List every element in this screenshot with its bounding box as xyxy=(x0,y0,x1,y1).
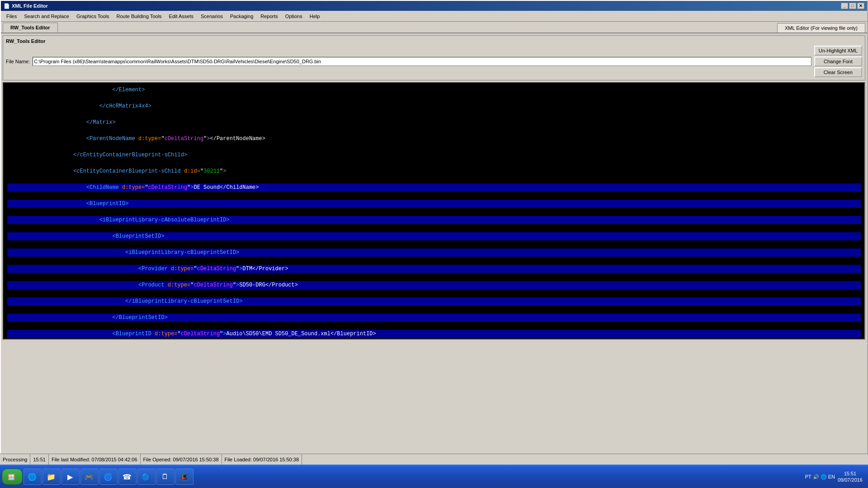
menu-reports[interactable]: Reports xyxy=(257,13,282,20)
chrome-icon: 🔵 xyxy=(142,472,151,481)
ie-icon: 🌐 xyxy=(28,472,37,481)
clock-time: 15:51 xyxy=(838,470,863,477)
status-time: 15:51 xyxy=(30,454,49,465)
taskbar: 🪟 🌐 📁 ▶ 🎮 🌀 ☎ 🔵 🗒 🎩 PT 🔊 🌐 EN 15:51 09/0… xyxy=(0,465,868,488)
status-file-opened: File Opened: 09/07/2016 15:50:38 xyxy=(141,454,222,465)
menu-bar: Files Search and Replace Graphics Tools … xyxy=(1,11,867,22)
taskbar-app-steam[interactable]: 🎩 xyxy=(175,469,193,485)
xml-line-selected: <iBlueprintLibrary-cAbsoluteBlueprintID> xyxy=(7,216,861,224)
close-button[interactable]: ✕ xyxy=(857,3,864,9)
tab-rw-tools[interactable]: RW_Tools Editor xyxy=(3,23,58,33)
start-icon: 🪟 xyxy=(8,474,15,480)
unhighlight-xml-button[interactable]: Un-Highlight XML xyxy=(814,46,862,56)
ts-icon: 🗒 xyxy=(160,472,170,481)
skype-icon: ☎ xyxy=(123,472,132,481)
xml-line-selected: <ChildName d:type="cDeltaString">DE Soun… xyxy=(7,183,861,192)
file-name-label: File Name: xyxy=(6,59,30,64)
clear-screen-button[interactable]: Clear Screen xyxy=(814,67,862,77)
menu-help[interactable]: Help xyxy=(306,13,324,20)
menu-graphics-tools[interactable]: Graphics Tools xyxy=(73,13,113,20)
window-title: XML File Editor xyxy=(12,3,48,9)
taskbar-app-ts[interactable]: 🗒 xyxy=(156,469,175,485)
taskbar-app-skype[interactable]: ☎ xyxy=(118,469,137,485)
status-processing: Processing xyxy=(0,454,30,465)
status-file-modified: File last Modified: 07/08/2015 04:42:06 xyxy=(49,454,141,465)
xml-line-selected: <Provider d:type="cDeltaString">DTM</Pro… xyxy=(7,265,861,273)
app-icon: 📄 xyxy=(4,3,10,9)
status-file-loaded: File Loaded: 09/07/2016 15:50:38 xyxy=(222,454,302,465)
start-button[interactable]: 🪟 xyxy=(2,469,23,485)
change-font-button[interactable]: Change Font xyxy=(814,56,862,66)
xml-line-selected: </iBlueprintLibrary-cBlueprintSetID> xyxy=(7,297,861,305)
clock-date: 09/07/2016 xyxy=(838,477,863,483)
file-name-input[interactable] xyxy=(33,57,811,66)
title-bar: 📄 XML File Editor _ □ ✕ xyxy=(1,1,867,11)
xml-line: <ParentNodeName d:type="cDeltaString"></… xyxy=(7,135,861,143)
right-buttons: Un-Highlight XML Change Font Clear Scree… xyxy=(814,46,862,77)
maximize-button[interactable]: □ xyxy=(849,3,856,9)
xml-line-selected: <BlueprintID d:type="cDeltaString">Audio… xyxy=(7,330,861,338)
xml-line: </cEntityContainerBlueprint-sChild> xyxy=(7,151,861,159)
menu-route-building[interactable]: Route Building Tools xyxy=(113,13,165,20)
xml-line-selected: </BlueprintSetID> xyxy=(7,314,861,322)
steam-icon: 🎩 xyxy=(179,472,189,481)
clock: 15:51 09/07/2016 xyxy=(838,470,863,483)
file-name-row: File Name: Un-Highlight XML Change Font … xyxy=(6,46,862,77)
tray-icons: PT 🔊 🌐 EN xyxy=(805,474,835,480)
menu-search-replace[interactable]: Search and Replace xyxy=(20,13,73,20)
xml-line: <cEntityContainerBlueprint-sChild d:id="… xyxy=(7,167,861,175)
tab-xml-editor[interactable]: XML Editor (For viewing file only) xyxy=(777,23,865,33)
xml-editor[interactable]: </Element> </cHcRMatrix4x4> </Matrix> <P… xyxy=(3,82,865,340)
xml-line-selected: <BlueprintSetID> xyxy=(7,232,861,240)
game-icon: 🎮 xyxy=(85,472,94,481)
system-tray: PT 🔊 🌐 EN 15:51 09/07/2016 xyxy=(802,470,866,483)
xml-line: </Matrix> xyxy=(7,118,861,127)
menu-options[interactable]: Options xyxy=(282,13,306,20)
vuze-icon: 🌀 xyxy=(104,472,113,481)
rw-tools-section: RW_Tools Editor File Name: Un-Highlight … xyxy=(3,35,865,80)
minimize-button[interactable]: _ xyxy=(841,3,848,9)
taskbar-app-vuze[interactable]: 🌀 xyxy=(99,469,118,485)
taskbar-app-game[interactable]: 🎮 xyxy=(80,469,99,485)
xml-line: </cHcRMatrix4x4> xyxy=(7,102,861,110)
media-icon: ▶ xyxy=(66,472,75,481)
tab-bar: RW_Tools Editor XML Editor (For viewing … xyxy=(1,22,867,33)
taskbar-app-chrome[interactable]: 🔵 xyxy=(137,469,156,485)
xml-line-selected: <iBlueprintLibrary-cBlueprintSetID> xyxy=(7,249,861,257)
xml-line-selected: <Product d:type="cDeltaString">SD50-DRG<… xyxy=(7,281,861,289)
menu-scenarios[interactable]: Scenarios xyxy=(197,13,226,20)
title-bar-controls: _ □ ✕ xyxy=(841,3,864,9)
menu-files[interactable]: Files xyxy=(3,13,20,20)
xml-line: </Element> xyxy=(7,86,861,94)
explorer-icon: 📁 xyxy=(47,472,56,481)
taskbar-app-media[interactable]: ▶ xyxy=(61,469,80,485)
status-bar: Processing 15:51 File last Modified: 07/… xyxy=(0,454,868,465)
taskbar-app-explorer[interactable]: 📁 xyxy=(42,469,61,485)
xml-line-selected: <BlueprintID> xyxy=(7,200,861,208)
menu-edit-assets[interactable]: Edit Assets xyxy=(165,13,197,20)
taskbar-app-ie[interactable]: 🌐 xyxy=(24,469,42,485)
menu-packaging[interactable]: Packaging xyxy=(226,13,257,20)
title-bar-left: 📄 XML File Editor xyxy=(4,3,48,9)
rw-tools-title: RW_Tools Editor xyxy=(6,38,862,44)
